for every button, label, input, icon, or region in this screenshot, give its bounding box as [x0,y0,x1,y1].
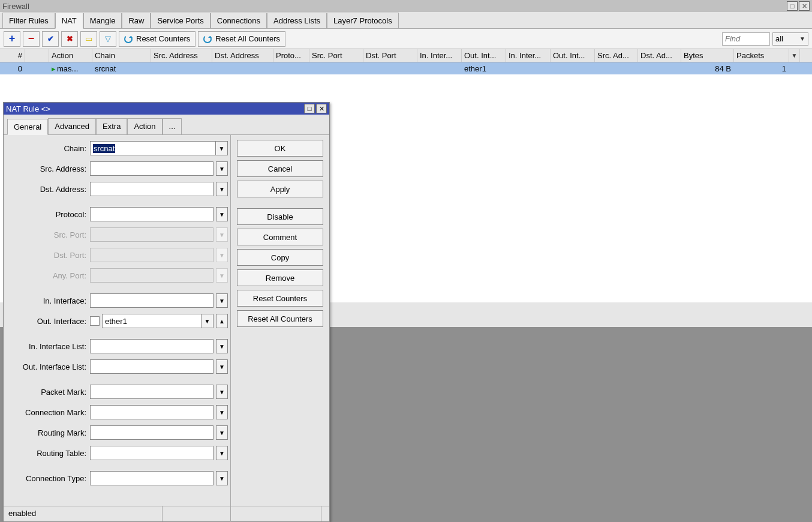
status-empty [163,506,321,521]
filter-button[interactable]: ▽ [100,31,116,47]
tab-mangle[interactable]: Mangle [83,13,122,28]
comment-dialog-button[interactable]: Comment [237,229,323,245]
out-interface-list-expand[interactable]: ▼ [216,359,228,374]
dialog-close-button[interactable]: ✕ [316,104,327,113]
ok-button[interactable]: OK [237,140,323,157]
src-address-expand[interactable]: ▼ [216,161,228,176]
out-interface-field[interactable]: ether1 [102,314,202,328]
find-input[interactable] [722,32,770,46]
dialog-tab-general[interactable]: General [7,119,48,135]
out-interface-collapse[interactable]: ▲ [216,314,228,328]
in-interface-expand[interactable]: ▼ [216,293,228,308]
dst-port-field [90,248,213,262]
routing-table-field[interactable] [90,446,213,460]
tab-connections[interactable]: Connections [210,13,267,28]
out-interface-list-field[interactable] [90,359,213,374]
comment-button[interactable]: ▭ [80,31,97,47]
row-chain: Chain: srcnat ▼ [6,141,228,155]
tab-nat[interactable]: NAT [55,13,83,29]
out-interface-invert-checkbox[interactable] [90,316,100,326]
row-out-interface-list: Out. Interface List: ▼ [6,359,228,374]
close-button[interactable]: ✕ [799,1,810,11]
col-out-int[interactable]: Out. Int... [462,49,506,62]
protocol-field[interactable] [90,207,213,221]
label-src-address: Src. Address: [6,164,90,173]
src-address-field[interactable] [90,161,213,176]
col-flag[interactable] [25,49,49,62]
packet-mark-expand[interactable]: ▼ [216,385,228,399]
col-in-inter[interactable]: In. Inter... [417,49,462,62]
reset-all-counters-button[interactable]: Reset All Counters [198,31,285,47]
tab-service-ports[interactable]: Service Ports [151,13,210,28]
routing-mark-expand[interactable]: ▼ [216,425,228,440]
connection-mark-field[interactable] [90,405,213,419]
disable-button[interactable]: Disable [237,208,323,225]
in-interface-field[interactable] [90,293,213,308]
protocol-expand[interactable]: ▼ [216,207,228,221]
connection-type-expand[interactable]: ▼ [216,471,228,485]
dropdown-icon: ▼ [792,52,798,59]
col-bytes[interactable]: Bytes [681,49,734,62]
col-dst-port[interactable]: Dst. Port [363,49,417,62]
col-dst-ad[interactable]: Dst. Ad... [638,49,681,62]
in-interface-list-expand[interactable]: ▼ [216,339,228,353]
col-menu[interactable]: ▼ [789,49,800,62]
col-out-int2[interactable]: Out. Int... [551,49,595,62]
tab-raw[interactable]: Raw [122,13,151,28]
reset-counters-dialog-button[interactable]: Reset Counters [237,290,323,307]
tab-address-lists[interactable]: Address Lists [267,13,327,28]
add-button[interactable]: + [4,31,20,47]
apply-button[interactable]: Apply [237,181,323,197]
col-num[interactable]: # [0,49,25,62]
connection-mark-expand[interactable]: ▼ [216,405,228,419]
col-proto[interactable]: Proto... [273,49,309,62]
dialog-tab-action[interactable]: Action [127,118,162,134]
cell-proto [273,62,309,74]
dialog-tab-extra[interactable]: Extra [96,118,127,134]
col-dst-address[interactable]: Dst. Address [212,49,273,62]
packet-mark-field[interactable] [90,385,213,399]
chain-dropdown[interactable]: ▼ [216,141,228,155]
dialog-tab-advanced[interactable]: Advanced [48,118,96,134]
col-chain[interactable]: Chain [92,49,151,62]
label-out-interface-list: Out. Interface List: [6,362,90,371]
filter-select[interactable]: all▼ [772,32,808,46]
maximize-button[interactable]: □ [787,1,798,11]
col-in-inter2[interactable]: In. Inter... [506,49,551,62]
out-interface-dropdown[interactable]: ▼ [202,314,213,328]
table-row[interactable]: 0 ▸mas... srcnat ether1 84 B 1 [0,62,812,74]
label-dst-address: Dst. Address: [6,185,90,194]
col-packets[interactable]: Packets [734,49,789,62]
cell-bytes: 84 B [681,62,734,74]
col-action[interactable]: Action [49,49,92,62]
chain-combo[interactable]: srcnat [90,141,216,155]
remove-dialog-button[interactable]: Remove [237,269,323,286]
tab-layer7[interactable]: Layer7 Protocols [327,13,399,28]
label-out-interface: Out. Interface: [6,317,90,326]
cell-sport [309,62,363,74]
col-src-port[interactable]: Src. Port [309,49,363,62]
label-in-interface-list: In. Interface List: [6,342,90,351]
col-src-address[interactable]: Src. Address [151,49,212,62]
disable-button[interactable]: ✖ [61,31,78,47]
routing-mark-field[interactable] [90,425,213,440]
reset-all-counters-dialog-button[interactable]: Reset All Counters [237,310,323,327]
remove-button[interactable]: − [23,31,40,47]
in-interface-list-field[interactable] [90,339,213,353]
dialog-tab-more[interactable]: ... [163,118,182,134]
routing-table-expand[interactable]: ▼ [216,446,228,460]
copy-button[interactable]: Copy [237,249,323,266]
cancel-button[interactable]: Cancel [237,160,323,177]
reset-icon [203,35,212,43]
masquerade-icon: ▸ [52,64,56,73]
reset-counters-button[interactable]: Reset Counters [119,31,196,47]
dialog-maximize-button[interactable]: □ [304,104,315,113]
funnel-icon: ▽ [105,34,111,43]
cell-src [151,62,212,74]
tab-filter-rules[interactable]: Filter Rules [2,13,55,28]
dst-address-field[interactable] [90,182,213,196]
col-src-ad[interactable]: Src. Ad... [595,49,638,62]
dst-address-expand[interactable]: ▼ [216,182,228,196]
enable-button[interactable]: ✔ [42,31,59,47]
connection-type-field[interactable] [90,471,213,485]
